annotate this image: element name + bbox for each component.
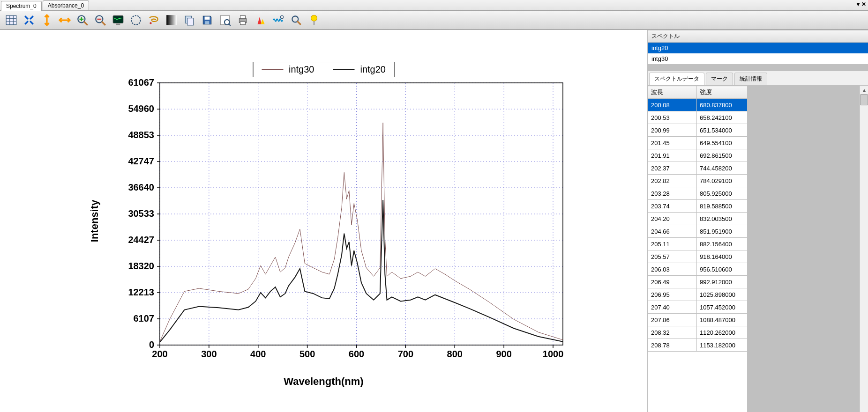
scroll-up-icon[interactable]: ▴ [861, 86, 868, 94]
pin-icon[interactable] [306, 12, 322, 29]
table-row[interactable]: 201.91692.861500 [648, 149, 748, 162]
fullscreen-icon[interactable] [21, 12, 37, 29]
tab-absorbance[interactable]: Absorbance_0 [43, 0, 89, 10]
table-row[interactable]: 201.45649.554100 [648, 137, 748, 149]
svg-text:700: 700 [397, 349, 413, 359]
side-panel: スペクトル intg20intg30 スペクトルデータマーク統計情報 波長強度2… [647, 30, 868, 412]
spectrum-list-title: スペクトル [648, 30, 868, 43]
svg-text:12213: 12213 [128, 287, 154, 297]
scrollbar[interactable]: ▴ [860, 86, 868, 412]
spectrum-plot[interactable]: 0610712213183202442730533366404274748853… [108, 78, 568, 373]
svg-rect-16 [205, 16, 210, 20]
lasso-icon[interactable] [145, 12, 162, 29]
waveform-icon[interactable] [270, 12, 287, 29]
table-row[interactable]: 203.74819.588500 [648, 200, 748, 213]
svg-text:600: 600 [348, 349, 364, 359]
table-row[interactable]: 207.401057.452000 [648, 301, 748, 314]
svg-rect-15 [187, 18, 194, 25]
document-tabs: Spectrum_0 Absorbance_0 ▾ ✕ [0, 0, 868, 11]
copy-icon[interactable] [181, 12, 198, 29]
svg-text:61067: 61067 [128, 78, 154, 88]
svg-point-11 [131, 15, 141, 25]
table-row[interactable]: 204.20832.003500 [648, 213, 748, 225]
zoom-out-icon[interactable] [92, 12, 109, 29]
svg-text:6107: 6107 [133, 313, 154, 324]
y-axis-label: Intensity [89, 200, 101, 242]
table-row[interactable]: 208.781153.182000 [648, 339, 748, 352]
monitor-icon[interactable] [110, 12, 127, 29]
svg-point-12 [150, 22, 151, 24]
svg-text:42747: 42747 [128, 156, 154, 166]
svg-rect-49 [160, 83, 563, 345]
hstretch-icon[interactable] [56, 12, 73, 29]
tab-spectrum[interactable]: Spectrum_0 [1, 1, 42, 11]
data-tabs: スペクトルデータマーク統計情報 [648, 71, 868, 85]
table-icon[interactable] [3, 12, 20, 29]
toolbar [0, 11, 868, 30]
close-icon[interactable]: ✕ [861, 1, 866, 7]
table-row[interactable]: 203.28805.925000 [648, 187, 748, 200]
table-row[interactable]: 206.49992.912000 [648, 276, 748, 288]
data-tab[interactable]: 統計情報 [734, 73, 767, 85]
peak-icon[interactable] [252, 12, 269, 29]
svg-text:300: 300 [201, 349, 217, 359]
save-icon[interactable] [199, 12, 216, 29]
svg-text:400: 400 [250, 349, 266, 359]
svg-text:48853: 48853 [128, 130, 154, 140]
svg-rect-10 [116, 24, 120, 25]
table-row[interactable]: 202.37744.458200 [648, 162, 748, 175]
gradient-icon[interactable] [163, 12, 180, 29]
svg-text:18320: 18320 [128, 261, 154, 271]
spectrum-item[interactable]: intg30 [648, 53, 868, 64]
table-row[interactable]: 202.82784.029100 [648, 175, 748, 187]
region-icon[interactable] [127, 12, 144, 29]
svg-line-26 [297, 21, 301, 25]
zoom-in-icon[interactable] [74, 12, 91, 29]
data-table[interactable]: 波長強度200.08680.837800200.53658.242100200.… [648, 86, 748, 352]
pick-icon[interactable] [288, 12, 305, 29]
chart-legend: intg30 intg20 [253, 62, 395, 77]
table-row[interactable]: 206.951025.898000 [648, 288, 748, 301]
table-row[interactable]: 205.11882.156400 [648, 238, 748, 250]
preview-icon[interactable] [217, 12, 233, 29]
dropdown-icon[interactable]: ▾ [857, 1, 860, 7]
legend-label-0: intg30 [289, 64, 314, 75]
svg-text:200: 200 [152, 349, 167, 359]
table-row[interactable]: 205.57918.164000 [648, 250, 748, 263]
svg-rect-13 [166, 15, 177, 25]
data-tab[interactable]: スペクトルデータ [649, 73, 704, 85]
vstretch-icon[interactable] [38, 12, 55, 29]
svg-text:30533: 30533 [128, 208, 154, 219]
svg-line-6 [84, 22, 88, 25]
table-row[interactable]: 206.03956.510600 [648, 263, 748, 276]
svg-rect-0 [6, 15, 16, 25]
svg-text:1000: 1000 [542, 349, 563, 359]
svg-point-24 [280, 15, 284, 19]
table-row[interactable]: 200.53658.242100 [648, 111, 748, 124]
table-row[interactable]: 208.321120.262000 [648, 326, 748, 339]
x-axis-label: Wavelength(nm) [284, 375, 363, 388]
svg-text:54960: 54960 [128, 103, 154, 114]
table-row[interactable]: 200.08680.837800 [648, 99, 748, 111]
chart-pane: intg30 intg20 Intensity 0610712213183202… [0, 30, 647, 412]
svg-text:24427: 24427 [128, 235, 154, 245]
data-tab[interactable]: マーク [706, 73, 733, 85]
legend-label-1: intg20 [360, 64, 386, 75]
svg-text:900: 900 [496, 349, 511, 359]
svg-rect-23 [240, 22, 246, 25]
table-row[interactable]: 204.66851.951900 [648, 225, 748, 238]
col-intensity[interactable]: 強度 [697, 86, 748, 99]
spectrum-item[interactable]: intg20 [648, 43, 868, 53]
svg-text:0: 0 [149, 339, 154, 350]
svg-text:36640: 36640 [128, 182, 154, 192]
divider [648, 65, 868, 71]
scroll-thumb[interactable] [860, 94, 868, 105]
svg-line-20 [229, 24, 231, 26]
spectrum-list: intg20intg30 [648, 43, 868, 65]
col-wavelength[interactable]: 波長 [648, 86, 697, 99]
table-filler: ▴ [748, 86, 868, 412]
print-icon[interactable] [234, 12, 251, 29]
table-row[interactable]: 207.861088.487000 [648, 314, 748, 326]
table-row[interactable]: 200.99651.534000 [648, 124, 748, 137]
svg-rect-17 [205, 21, 210, 24]
